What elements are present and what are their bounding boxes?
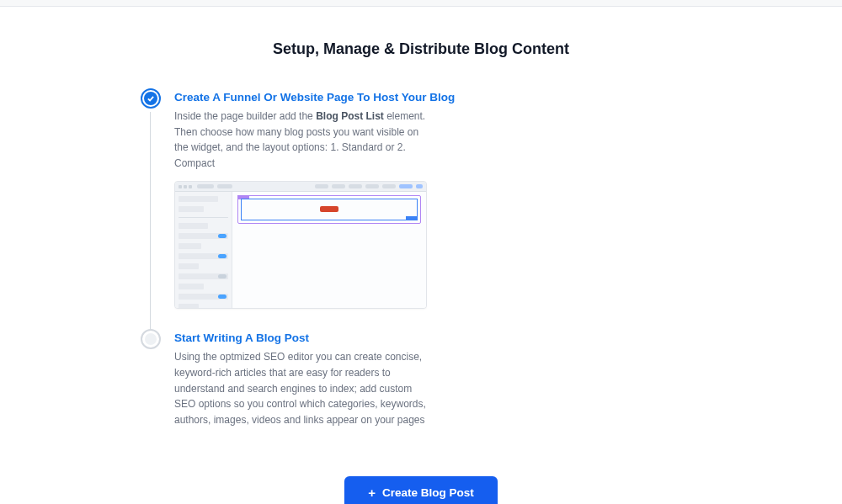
cta-row: + Create Blog Post	[0, 476, 842, 504]
screenshot-sidebar	[175, 192, 232, 308]
step-2: Start Writing A Blog Post Using the optm…	[139, 329, 703, 458]
step-1-desc-bold: Blog Post List	[316, 110, 384, 122]
top-bar	[0, 0, 842, 7]
step-1-description: Inside the page builder add the Blog Pos…	[174, 109, 435, 171]
step-1-indicator	[139, 88, 163, 109]
step-connector	[150, 112, 151, 336]
page-content: Setup, Manage & Distribute Blog Content …	[0, 7, 842, 504]
steps-list: Create A Funnel Or Website Page To Host …	[139, 88, 703, 458]
screenshot-selection-inner	[241, 199, 418, 220]
step-1-body: Create A Funnel Or Website Page To Host …	[163, 88, 703, 329]
check-icon	[147, 94, 155, 103]
step-2-description: Using the optmized SEO editor you can cr…	[174, 349, 435, 427]
plus-icon: +	[368, 486, 376, 499]
step-pending-icon	[141, 329, 161, 349]
step-1: Create A Funnel Or Website Page To Host …	[139, 88, 703, 329]
step-2-indicator	[139, 329, 163, 349]
screenshot-toolbar	[175, 182, 426, 192]
screenshot-canvas	[232, 192, 426, 308]
cta-label: Create Blog Post	[382, 486, 474, 499]
step-done-icon	[141, 88, 161, 109]
page-title: Setup, Manage & Distribute Blog Content	[0, 40, 842, 58]
step-1-screenshot	[174, 181, 427, 309]
create-blog-post-button[interactable]: + Create Blog Post	[344, 476, 498, 504]
step-1-title[interactable]: Create A Funnel Or Website Page To Host …	[174, 91, 703, 103]
step-2-body: Start Writing A Blog Post Using the optm…	[163, 329, 703, 458]
step-1-desc-pre: Inside the page builder add the	[174, 110, 316, 122]
step-2-title[interactable]: Start Writing A Blog Post	[174, 332, 703, 344]
